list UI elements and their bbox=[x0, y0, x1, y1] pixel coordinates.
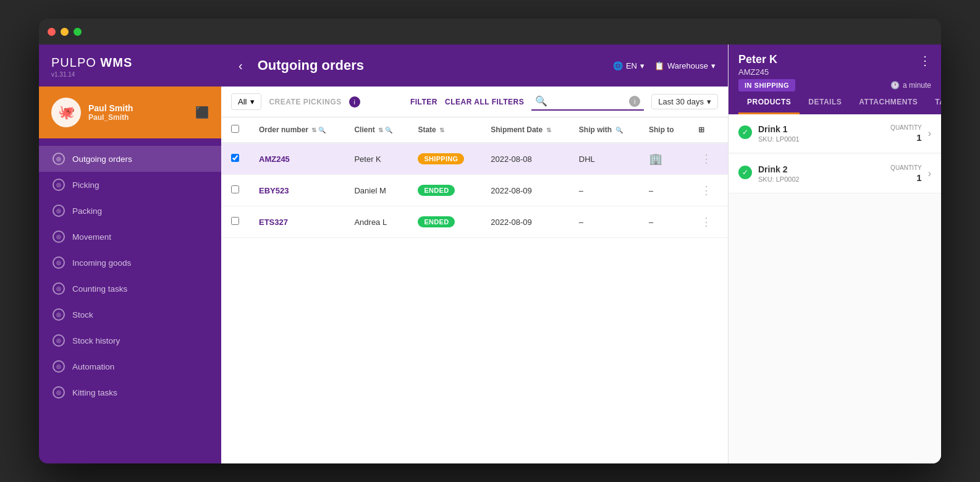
col-client: Client ⇅ 🔍 bbox=[344, 117, 408, 143]
warehouse-selector[interactable]: 📋 Warehouse ▾ bbox=[654, 61, 716, 70]
tab-tasks[interactable]: TASKS bbox=[926, 91, 941, 114]
nav-icon: ◎ bbox=[53, 386, 65, 399]
panel-kebab-menu[interactable]: ⋮ bbox=[919, 53, 931, 68]
col-order-number: Order number ⇅ 🔍 bbox=[249, 117, 344, 143]
nav-icon: ◎ bbox=[53, 230, 65, 243]
select-all-checkbox[interactable] bbox=[231, 125, 239, 133]
right-panel: Peter K AMZ245 ⋮ IN SHIPPING 🕐 a minute … bbox=[728, 44, 941, 463]
app-window: PULPO WMS v1.31.14 🐙 Paul Smith Paul_Smi… bbox=[39, 19, 941, 463]
lang-chevron-icon: ▾ bbox=[640, 61, 644, 70]
row-checkbox[interactable] bbox=[231, 217, 239, 225]
nav-icon: ◎ bbox=[53, 256, 65, 269]
row-menu-cell: ⋮ bbox=[688, 206, 728, 238]
clock-icon: 🕐 bbox=[890, 81, 900, 90]
filter-select[interactable]: All ▾ bbox=[231, 93, 261, 110]
row-checkbox-cell bbox=[221, 206, 249, 238]
minimize-button[interactable] bbox=[61, 28, 69, 36]
sidebar-item-picking[interactable]: ◎ Picking bbox=[39, 172, 221, 198]
brand-name-bold: WMS bbox=[100, 56, 132, 69]
product-name: Drink 2 bbox=[758, 164, 884, 174]
create-pickings-button[interactable]: CREATE PICKINGS bbox=[269, 98, 341, 106]
table-row[interactable]: AMZ245 Peter K SHIPPING 2022-08-08 DHL 🏢… bbox=[221, 143, 728, 175]
qty-value: 1 bbox=[890, 172, 922, 183]
product-expand-icon[interactable]: › bbox=[928, 168, 931, 179]
product-qty: Quantity 1 bbox=[890, 164, 922, 183]
panel-content: ✓ Drink 1 SKU: LP0001 Quantity 1 › ✓ Dri… bbox=[729, 114, 941, 463]
sidebar-item-movement[interactable]: ◎ Movement bbox=[39, 224, 221, 250]
panel-status-badge: IN SHIPPING bbox=[738, 79, 795, 91]
row-menu-button[interactable]: ⋮ bbox=[698, 216, 714, 228]
panel-header: Peter K AMZ245 ⋮ IN SHIPPING 🕐 a minute … bbox=[729, 44, 941, 114]
order-number-cell: AMZ245 bbox=[249, 143, 344, 175]
sidebar-item-kitting-tasks[interactable]: ◎ Kitting tasks bbox=[39, 379, 221, 405]
sidebar-item-counting-tasks[interactable]: ◎ Counting tasks bbox=[39, 276, 221, 302]
sidebar-item-stock-history[interactable]: ◎ Stock history bbox=[39, 328, 221, 353]
table-row[interactable]: ETS327 Andrea L ENDED 2022-08-09 – – ⋮ bbox=[221, 206, 728, 238]
maximize-button[interactable] bbox=[74, 28, 82, 36]
logout-icon[interactable]: ⬛ bbox=[195, 106, 209, 119]
product-expand-icon[interactable]: › bbox=[928, 128, 931, 139]
sidebar-item-outgoing-orders[interactable]: ◎ Outgoing orders bbox=[39, 146, 221, 172]
state-cell: ENDED bbox=[408, 206, 481, 238]
col-ship-with: Ship with 🔍 bbox=[569, 117, 639, 143]
orders-table: Order number ⇅ 🔍 Client ⇅ 🔍 State ⇅ Ship… bbox=[221, 117, 728, 238]
search-info-icon[interactable]: i bbox=[629, 96, 640, 107]
product-info: Drink 1 SKU: LP0001 bbox=[758, 124, 884, 143]
sidebar-item-incoming-goods[interactable]: ◎ Incoming goods bbox=[39, 250, 221, 276]
order-number-cell: ETS327 bbox=[249, 206, 344, 238]
qty-label: Quantity bbox=[890, 124, 922, 131]
row-checkbox[interactable] bbox=[231, 185, 239, 193]
product-check-icon: ✓ bbox=[738, 125, 752, 139]
page-title: Outgoing orders bbox=[258, 57, 603, 74]
table-row[interactable]: EBY523 Daniel M ENDED 2022-08-09 – – ⋮ bbox=[221, 175, 728, 206]
ship-to-cell: – bbox=[639, 175, 688, 206]
sidebar-item-automation[interactable]: ◎ Automation bbox=[39, 353, 221, 379]
shipment-date-cell: 2022-08-09 bbox=[481, 175, 569, 206]
tab-details[interactable]: DETAILS bbox=[800, 91, 850, 114]
warehouse-label: Warehouse bbox=[667, 61, 708, 70]
row-menu-button[interactable]: ⋮ bbox=[698, 184, 714, 197]
nav-icon: ◎ bbox=[53, 282, 65, 295]
client-cell: Peter K bbox=[344, 143, 408, 175]
product-info: Drink 2 SKU: LP0002 bbox=[758, 164, 884, 183]
panel-title-info: Peter K AMZ245 bbox=[738, 53, 777, 77]
tab-attachments[interactable]: ATTACHMENTS bbox=[850, 91, 926, 114]
search-input[interactable] bbox=[551, 96, 625, 106]
row-checkbox[interactable] bbox=[231, 154, 239, 162]
toolbar: All ▾ CREATE PICKINGS i FILTER CLEAR ALL… bbox=[221, 87, 728, 117]
lang-label: EN bbox=[626, 61, 637, 70]
sidebar-item-stock[interactable]: ◎ Stock bbox=[39, 302, 221, 328]
nav-label: Stock bbox=[72, 310, 93, 319]
status-badge: ENDED bbox=[418, 185, 455, 196]
client-cell: Daniel M bbox=[344, 175, 408, 206]
search-icon: 🔍 bbox=[535, 95, 547, 107]
user-section: 🐙 Paul Smith Paul_Smith ⬛ bbox=[39, 87, 221, 138]
language-selector[interactable]: 🌐 EN ▾ bbox=[613, 61, 644, 70]
back-button[interactable]: ‹ bbox=[234, 56, 248, 75]
nav-icon: ◎ bbox=[53, 360, 65, 373]
nav-label: Stock history bbox=[72, 336, 120, 345]
date-range-button[interactable]: Last 30 days ▾ bbox=[651, 94, 718, 109]
panel-time-ago: 🕐 a minute bbox=[890, 81, 931, 90]
product-sku: SKU: LP0002 bbox=[758, 175, 884, 183]
shipment-date-cell: 2022-08-08 bbox=[481, 143, 569, 175]
col-shipment-date: Shipment Date ⇅ bbox=[481, 117, 569, 143]
filter-button[interactable]: FILTER bbox=[410, 98, 437, 106]
nav-label: Movement bbox=[72, 232, 111, 242]
avatar-icon: 🐙 bbox=[58, 104, 75, 120]
row-menu-button[interactable]: ⋮ bbox=[698, 153, 714, 165]
panel-title-row: Peter K AMZ245 ⋮ bbox=[738, 53, 931, 77]
ship-with-cell: – bbox=[569, 206, 639, 238]
tab-products[interactable]: PRODUCTS bbox=[738, 91, 800, 114]
table-body: AMZ245 Peter K SHIPPING 2022-08-08 DHL 🏢… bbox=[221, 143, 728, 238]
sidebar-item-packing[interactable]: ◎ Packing bbox=[39, 198, 221, 224]
status-badge: ENDED bbox=[418, 216, 455, 227]
filter-select-label: All bbox=[238, 97, 247, 106]
create-pickings-info-icon[interactable]: i bbox=[349, 96, 360, 108]
product-check-icon: ✓ bbox=[738, 166, 752, 179]
close-button[interactable] bbox=[48, 28, 56, 36]
date-range-chevron: ▾ bbox=[707, 97, 711, 106]
sidebar-header: PULPO WMS v1.31.14 bbox=[39, 44, 221, 87]
clear-filters-button[interactable]: CLEAR ALL FILTERS bbox=[445, 98, 524, 106]
brand-logo: PULPO WMS bbox=[51, 56, 209, 70]
